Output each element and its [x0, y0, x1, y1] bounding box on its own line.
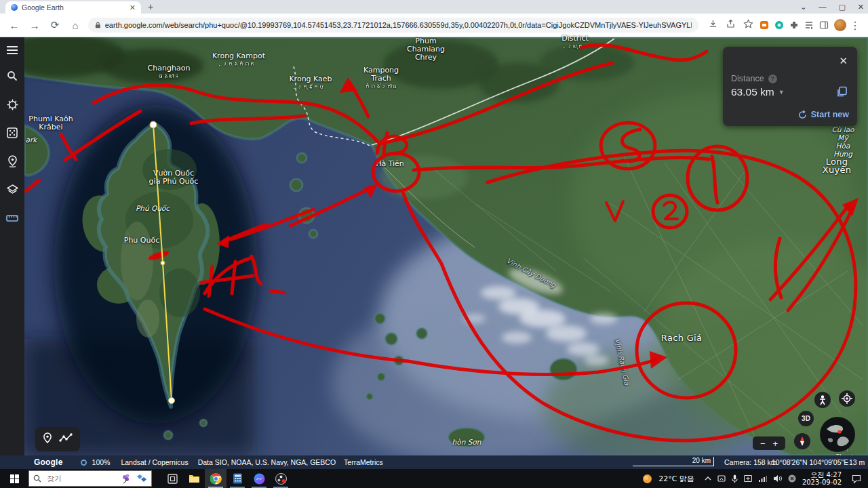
- windows-logo-icon: [10, 474, 19, 483]
- taskbar-clock[interactable]: 오전 4:27 2023-09-02: [802, 471, 842, 486]
- compass-icon[interactable]: [794, 433, 810, 449]
- home-icon[interactable]: ⌂: [65, 20, 85, 31]
- tab-strip: Google Earth ✕ + ⌄ — ▢ ✕: [0, 0, 868, 14]
- ime-language-icon[interactable]: [744, 474, 752, 483]
- microphone-icon[interactable]: [732, 474, 738, 483]
- copy-icon[interactable]: [836, 86, 848, 100]
- messenger-icon[interactable]: [248, 469, 270, 488]
- share-icon[interactable]: [722, 19, 739, 32]
- url-text: earth.google.com/web/search/phu+quoc/@10…: [105, 21, 692, 29]
- profile-avatar[interactable]: [834, 19, 846, 31]
- menu-kebab-icon[interactable]: ⋮: [849, 19, 861, 32]
- pegman-icon[interactable]: [814, 392, 831, 408]
- clock-date: 2023-09-02: [802, 479, 842, 486]
- menu-hamburger-icon[interactable]: [0, 39, 24, 62]
- bookmark-star-icon[interactable]: [739, 19, 757, 32]
- elevation: 13 m: [849, 458, 865, 466]
- draw-path-icon[interactable]: [59, 433, 73, 445]
- taskbar-search[interactable]: [28, 470, 152, 487]
- extension-orange-icon[interactable]: [757, 20, 772, 30]
- window-chevron-icon[interactable]: ⌄: [800, 3, 806, 12]
- zoom-controls: − +: [753, 436, 785, 450]
- start-button[interactable]: [0, 469, 28, 488]
- stream-quality-icon: [81, 460, 87, 466]
- chrome-icon[interactable]: [205, 469, 226, 488]
- status-bar: Google 100% Landsat / Copernicus Data SI…: [0, 455, 868, 469]
- help-icon[interactable]: ?: [768, 75, 777, 83]
- file-explorer-icon[interactable]: [183, 469, 205, 488]
- window-minimize-button[interactable]: —: [818, 3, 826, 11]
- voyager-wheel-icon[interactable]: [0, 90, 24, 119]
- browser-tab[interactable]: Google Earth ✕: [5, 1, 141, 14]
- search-icon: [33, 474, 41, 483]
- extensions-puzzle-icon[interactable]: [787, 20, 802, 30]
- restart-icon: [798, 110, 807, 119]
- tray-app-icon[interactable]: [717, 474, 726, 483]
- terrain-credit: TerraMetrics: [344, 458, 383, 466]
- reload-icon[interactable]: ⟳: [45, 19, 65, 31]
- network-icon[interactable]: [758, 475, 767, 483]
- tray-expand-icon[interactable]: [705, 476, 711, 481]
- google-logo: Google: [34, 458, 63, 467]
- clock-time: 오전 4:27: [802, 471, 842, 479]
- distance-value: 63.05 km: [731, 86, 774, 98]
- new-tab-button[interactable]: +: [148, 1, 153, 12]
- start-new-button[interactable]: Start new: [798, 110, 849, 119]
- zoom-out-button[interactable]: −: [760, 439, 766, 449]
- measure-tools: [35, 427, 80, 451]
- distance-panel: ✕ Distance ? 63.05 km ▼ Start new: [723, 47, 857, 126]
- panel-close-icon[interactable]: ✕: [839, 55, 848, 67]
- scale-bar: 20 km: [633, 457, 714, 466]
- measure-ruler-icon[interactable]: [0, 204, 24, 232]
- globe-overview[interactable]: [820, 417, 855, 452]
- tab-title: Google Earth: [22, 3, 125, 12]
- media-list-icon[interactable]: [802, 20, 816, 30]
- add-placemark-icon[interactable]: [43, 432, 52, 447]
- imagery-credit: Landsat / Copernicus: [121, 458, 188, 466]
- distance-label: Distance: [731, 74, 764, 83]
- search-icon[interactable]: [0, 62, 24, 90]
- forward-icon[interactable]: →: [24, 20, 45, 31]
- window-maximize-button[interactable]: ▢: [838, 3, 845, 12]
- weather-icon[interactable]: [642, 474, 652, 484]
- back-icon[interactable]: ←: [4, 20, 24, 31]
- calculator-icon[interactable]: [226, 469, 248, 488]
- my-location-icon[interactable]: [839, 390, 855, 407]
- earth-sidebar: [0, 37, 24, 455]
- search-highlight-flower-icon: [121, 473, 132, 484]
- map-style-layers-icon[interactable]: [0, 176, 24, 204]
- screen: Google Earth ✕ + ⌄ — ▢ ✕ ← → ⟳ ⌂ earth.g…: [0, 0, 868, 488]
- browser-toolbar: ← → ⟳ ⌂ earth.google.com/web/search/phu+…: [0, 14, 868, 37]
- action-center-icon[interactable]: [852, 474, 861, 483]
- volume-icon[interactable]: [773, 474, 782, 483]
- 3d-button[interactable]: 3D: [798, 411, 814, 426]
- error-circle-icon[interactable]: [788, 474, 796, 483]
- placemark-pin-icon[interactable]: [0, 147, 24, 176]
- obs-studio-icon[interactable]: [270, 469, 292, 488]
- windows-taskbar: 22°C 맑음 오전 4:27 2023-09-02: [0, 469, 868, 488]
- dice-lucky-icon[interactable]: [0, 119, 24, 147]
- address-bar[interactable]: earth.google.com/web/search/phu+quoc/@10…: [88, 18, 698, 33]
- zoom-in-button[interactable]: +: [772, 439, 778, 449]
- task-view-button[interactable]: [161, 469, 183, 488]
- download-icon[interactable]: [704, 19, 722, 32]
- side-panel-icon[interactable]: [816, 20, 831, 30]
- google-earth-favicon: [11, 4, 18, 11]
- window-close-button[interactable]: ✕: [858, 3, 864, 12]
- lock-icon: [95, 21, 101, 29]
- search-input[interactable]: [45, 474, 117, 484]
- data-credit: Data SIO, NOAA, U.S. Navy, NGA, GEBCO: [198, 458, 336, 466]
- unit-dropdown-icon[interactable]: ▼: [778, 89, 785, 96]
- tab-close-icon[interactable]: ✕: [130, 3, 136, 12]
- search-highlight-gems-icon: [136, 474, 147, 483]
- imagery-quality: 100%: [92, 458, 111, 466]
- weather-text[interactable]: 22°C 맑음: [658, 474, 694, 484]
- extension-teal-icon[interactable]: [772, 20, 787, 30]
- coordinates: 10°08'26"N 104°09'05"E: [772, 458, 848, 466]
- camera-altitude: Camera: 158 km: [724, 458, 777, 466]
